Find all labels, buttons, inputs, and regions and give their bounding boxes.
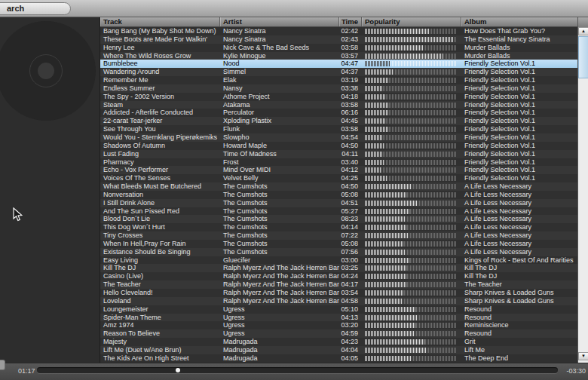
table-row[interactable]: 22-carat Tear-jerker Xploding Plastix 04… xyxy=(100,117,577,125)
table-row[interactable]: Easy Living Gluecifer 03:00 Kings of Roc… xyxy=(100,256,577,265)
cell-popularity xyxy=(362,142,461,150)
table-row[interactable]: Reason To Believe Ugress 04:59 Resound xyxy=(100,329,577,338)
table-row[interactable]: Henry Lee Nick Cave & The Bad Seeds 03:5… xyxy=(100,44,577,52)
cell-track: Blood Don´t Lie xyxy=(100,215,220,223)
popularity-bar-fill xyxy=(365,167,381,173)
table-row[interactable]: I Still Drink Alone The Cumshots 04:51 A… xyxy=(100,199,577,207)
cell-artist: Slowpho xyxy=(220,133,339,142)
cell-popularity xyxy=(362,215,461,223)
cell-popularity xyxy=(362,133,461,142)
cell-artist: Simmel xyxy=(220,68,339,76)
table-row[interactable]: Tiny Crosses The Cumshots 07:22 A Life L… xyxy=(100,231,577,240)
table-row[interactable]: Majesty Madrugada 04:23 Grit xyxy=(100,338,577,346)
table-row[interactable]: Nonversation The Cumshots 05:08 A Life L… xyxy=(100,191,577,199)
cell-popularity xyxy=(362,207,461,216)
table-row[interactable]: Steam Atakama 03:58 Friendly Selection V… xyxy=(100,101,577,109)
table-row[interactable]: Endless Summer Nansy 03:38 Friendly Sele… xyxy=(100,84,577,93)
table-row[interactable]: Voices Of The Senses Velvet Belly 04:25 … xyxy=(100,174,577,182)
seek-handle[interactable] xyxy=(176,368,180,372)
scroll-down-button[interactable]: ▼ xyxy=(578,352,588,360)
popularity-bar xyxy=(365,118,457,124)
table-row[interactable]: Blood Don´t Lie The Cumshots 08:23 A Lif… xyxy=(100,215,577,223)
table-row[interactable]: Shadows Of Autumn Howard Maple 04:50 Fri… xyxy=(100,142,577,150)
popularity-bar xyxy=(365,45,457,51)
cell-time: 03:57 xyxy=(339,52,362,60)
column-header-album[interactable]: Album xyxy=(461,17,577,26)
cell-time: 03:58 xyxy=(339,101,362,109)
cell-popularity xyxy=(362,248,461,256)
table-row[interactable]: What Bleeds Must Be Butchered The Cumsho… xyxy=(100,182,577,191)
popularity-bar xyxy=(365,209,457,214)
cell-popularity xyxy=(362,305,461,314)
table-row[interactable]: See Through You Flunk 03:58 Friendly Sel… xyxy=(100,125,577,133)
popularity-bar xyxy=(365,356,457,361)
cell-time: 04:04 xyxy=(339,346,362,354)
search-button[interactable]: arch xyxy=(0,2,71,15)
table-row[interactable]: Pharmacy Frost 03:40 Friendly Selection … xyxy=(100,158,577,167)
table-row[interactable]: Existance Should Be Singing The Cumshots… xyxy=(100,248,577,256)
cell-popularity xyxy=(362,27,461,35)
table-row[interactable]: The Spy - 2002 Version Athome Project 04… xyxy=(100,93,577,101)
vertical-scrollbar[interactable]: ▲ ▼ xyxy=(577,17,588,363)
table-row[interactable]: Amz 1974 Ugress 03:20 Reminiscience xyxy=(100,321,577,329)
table-row[interactable]: Lift Me (Duet w/Ane Brun) Madrugada 04:0… xyxy=(100,346,577,354)
top-toolbar: arch xyxy=(0,0,588,17)
table-row[interactable]: Spider-Man Theme Ugress 04:13 Resound xyxy=(100,314,577,322)
cell-artist: Madrugada xyxy=(220,354,339,363)
cell-popularity xyxy=(362,84,461,93)
table-row[interactable]: The Kids Are On High Street Madrugada 04… xyxy=(100,354,577,363)
table-row[interactable]: Bang Bang (My Baby Shot Me Down) Nancy S… xyxy=(100,27,577,35)
cell-popularity xyxy=(362,109,461,117)
table-row[interactable]: These Boots are Made For Walkin' Nancy S… xyxy=(100,35,577,44)
table-row[interactable]: Kill The DJ Ralph Myerz And The Jack Her… xyxy=(100,264,577,272)
cell-album: Friendly Selection Vol.1 xyxy=(461,174,577,182)
table-row[interactable]: This Dog Won´t Hurt The Cumshots 04:14 A… xyxy=(100,223,577,231)
cell-album: A Life Less Necessary xyxy=(461,199,577,207)
cell-time: 03:58 xyxy=(339,125,362,133)
cell-artist: Perculator xyxy=(220,109,339,117)
cell-track: Kill The DJ xyxy=(100,264,220,272)
table-row[interactable]: Would You - Sternklang Piperøkemiks Slow… xyxy=(100,133,577,142)
table-row[interactable]: Bumblebee Nood 04:47 Friendly Selection … xyxy=(100,60,577,68)
table-row[interactable]: Addicted - Afterlife Conducted Perculato… xyxy=(100,109,577,117)
cell-time: 04:05 xyxy=(339,354,362,363)
table-row[interactable]: When In Hell,Pray For Rain The Cumshots … xyxy=(100,240,577,248)
table-row[interactable]: Loungemeister Ugress 05:10 Resound xyxy=(100,305,577,314)
table-row[interactable]: Lust Fading Time Of Madness 04:11 Friend… xyxy=(100,150,577,158)
cell-album: Friendly Selection Vol.1 xyxy=(461,76,577,84)
cell-time: 04:17 xyxy=(339,280,362,289)
cell-album: Friendly Selection Vol.1 xyxy=(461,142,577,150)
popularity-bar-fill xyxy=(365,184,411,189)
table-row[interactable]: Remember Me Elak 03:19 Friendly Selectio… xyxy=(100,76,577,84)
cell-popularity xyxy=(362,44,461,52)
cell-track: See Through You xyxy=(100,125,220,133)
seek-slider[interactable] xyxy=(37,367,558,373)
cell-track: And The Sun Pissed Red xyxy=(100,207,220,216)
table-row[interactable]: Wandering Around Simmel 04:37 Friendly S… xyxy=(100,68,577,76)
scroll-up-button[interactable]: ▲ xyxy=(578,27,588,35)
popularity-bar-fill xyxy=(365,216,406,222)
popularity-bar-fill xyxy=(365,118,386,124)
column-header-popularity[interactable]: Popularity xyxy=(362,17,461,26)
table-row[interactable]: Casino (Live) Ralph Myerz And The Jack H… xyxy=(100,272,577,280)
scrollbar-thumb[interactable] xyxy=(578,36,588,78)
cell-album: Murder Ballads xyxy=(461,52,577,60)
cell-time: 04:59 xyxy=(339,329,362,338)
table-row[interactable]: Where The Wild Roses Grow Kylie Minogue … xyxy=(100,52,577,60)
column-header-artist[interactable]: Artist xyxy=(220,17,339,26)
table-row[interactable]: Hello Cleveland! Ralph Myerz And The Jac… xyxy=(100,289,577,297)
table-header-row: Track Artist Time Popularity Album xyxy=(100,17,577,27)
column-header-time[interactable]: Time xyxy=(339,17,362,26)
cell-time: 02:43 xyxy=(339,35,362,44)
popularity-bar xyxy=(365,61,457,66)
table-row[interactable]: And The Sun Pissed Red The Cumshots 05:2… xyxy=(100,207,577,216)
table-row[interactable]: The Teacher Ralph Myerz And The Jack Her… xyxy=(100,280,577,289)
cell-track: Shadows Of Autumn xyxy=(100,142,220,150)
cell-time: 04:12 xyxy=(339,166,362,174)
cell-artist: Nood xyxy=(220,60,339,68)
table-row[interactable]: Echo - Vox Performer Mind Over MIDI 04:1… xyxy=(100,166,577,174)
column-header-track[interactable]: Track xyxy=(100,17,220,26)
table-row[interactable]: Loveland Ralph Myerz And The Jack Herren… xyxy=(100,297,577,305)
panel-resize-handle[interactable] xyxy=(0,360,5,370)
popularity-bar xyxy=(365,86,457,91)
